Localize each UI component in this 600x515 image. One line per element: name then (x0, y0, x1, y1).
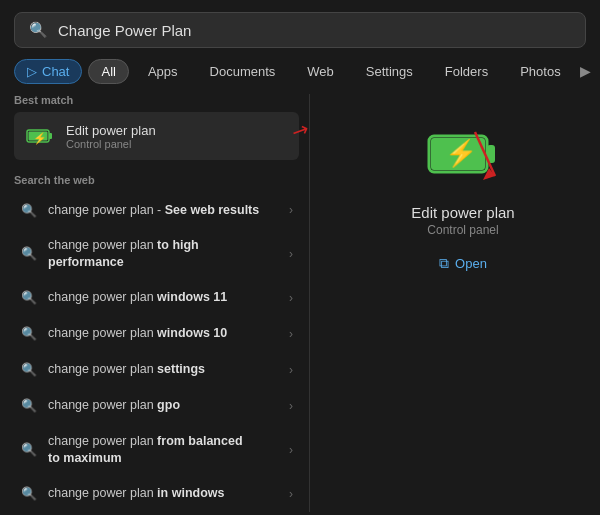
chevron-right-icon: › (289, 203, 293, 217)
chevron-right-icon: › (289, 443, 293, 457)
chevron-right-icon: › (289, 487, 293, 501)
svg-text:⚡: ⚡ (445, 137, 478, 169)
tab-documents[interactable]: Documents (197, 59, 289, 84)
open-button[interactable]: ⧉ Open (439, 255, 487, 272)
web-item-text: change power plan windows 10 (48, 325, 227, 342)
list-item[interactable]: 🔍 change power plan settings › (14, 352, 299, 388)
web-item-text: change power plan settings (48, 361, 205, 378)
search-icon: 🔍 (20, 361, 38, 379)
search-input[interactable] (58, 22, 571, 39)
chevron-right-icon: › (289, 363, 293, 377)
open-external-icon: ⧉ (439, 255, 449, 272)
panel-divider (309, 94, 310, 512)
list-item[interactable]: 🔍 change power plan from balancedto maxi… (14, 424, 299, 476)
search-icon: 🔍 (29, 21, 48, 39)
tabs-bar: ▷ Chat All Apps Documents Web Settings F… (0, 58, 600, 94)
right-panel-title: Edit power plan (411, 204, 514, 221)
tab-folders[interactable]: Folders (432, 59, 501, 84)
search-icon: 🔍 (20, 441, 38, 459)
web-item-text: change power plan from balancedto maximu… (48, 433, 243, 467)
web-section-label: Search the web (14, 174, 299, 186)
search-icon: 🔍 (20, 245, 38, 263)
chevron-right-icon: › (289, 399, 293, 413)
tab-photos[interactable]: Photos (507, 59, 573, 84)
tabs-scroll-right[interactable]: ▶ (580, 59, 591, 83)
chevron-right-icon: › (289, 327, 293, 341)
list-item[interactable]: 🔍 change power plan windows 11 › (14, 280, 299, 316)
main-content: Best match ⚡ Edit power plan Control pan… (0, 94, 600, 512)
search-icon: 🔍 (20, 397, 38, 415)
search-icon: 🔍 (20, 325, 38, 343)
tab-web[interactable]: Web (294, 59, 347, 84)
web-item-text: change power plan in windows (48, 485, 224, 502)
edit-power-plan-icon: ⚡ (24, 120, 56, 152)
web-item-text: change power plan to highperformance (48, 237, 199, 271)
search-icon: 🔍 (20, 485, 38, 503)
tab-settings[interactable]: Settings (353, 59, 426, 84)
svg-rect-1 (49, 133, 52, 139)
search-icon: 🔍 (20, 201, 38, 219)
tab-apps[interactable]: Apps (135, 59, 191, 84)
right-panel-subtitle: Control panel (427, 223, 498, 237)
chevron-right-icon: › (289, 247, 293, 261)
list-item[interactable]: 🔍 change power plan in windows › (14, 476, 299, 512)
search-icon: 🔍 (20, 289, 38, 307)
chevron-right-icon: › (289, 291, 293, 305)
search-bar[interactable]: 🔍 (14, 12, 586, 48)
list-item[interactable]: 🔍 change power plan - See web results › (14, 192, 299, 228)
list-item[interactable]: 🔍 change power plan gpo › (14, 388, 299, 424)
web-item-text: change power plan gpo (48, 397, 180, 414)
svg-text:⚡: ⚡ (33, 131, 47, 145)
tabs-more[interactable]: ··· (597, 62, 600, 80)
tab-all[interactable]: All (88, 59, 128, 84)
best-match-item[interactable]: ⚡ Edit power plan Control panel ↗ (14, 112, 299, 160)
list-item[interactable]: 🔍 change power plan windows 10 › (14, 316, 299, 352)
tab-chat[interactable]: ▷ Chat (14, 59, 82, 84)
right-panel: ⚡ Edit power plan Control panel ⧉ Open (320, 94, 586, 512)
best-match-label: Best match (14, 94, 299, 106)
best-match-subtitle: Control panel (66, 138, 156, 150)
right-panel-icon: ⚡ (423, 114, 503, 194)
left-panel: Best match ⚡ Edit power plan Control pan… (14, 94, 299, 512)
chat-icon: ▷ (27, 64, 37, 79)
web-item-text: change power plan windows 11 (48, 289, 227, 306)
list-item[interactable]: 🔍 change power plan to highperformance › (14, 228, 299, 280)
best-match-title: Edit power plan (66, 123, 156, 138)
web-item-text: change power plan - See web results (48, 202, 259, 219)
best-match-text: Edit power plan Control panel (66, 123, 156, 150)
